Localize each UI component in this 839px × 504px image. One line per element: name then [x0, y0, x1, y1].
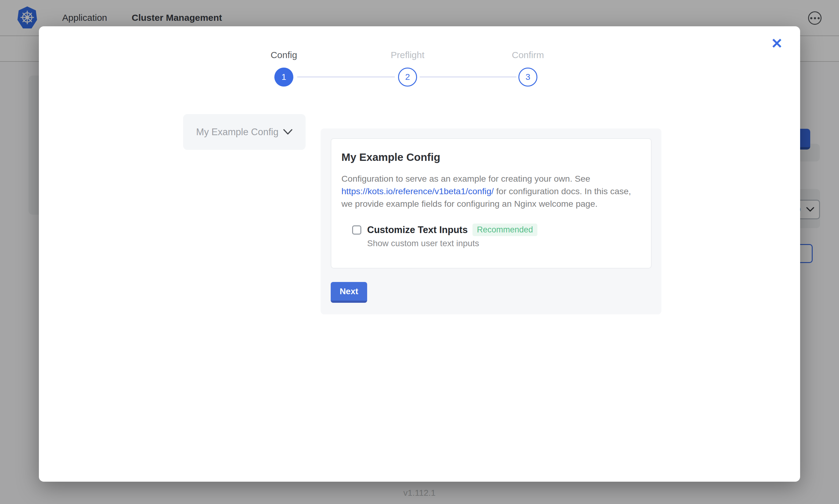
step-circle-1: 1	[274, 68, 293, 87]
config-group-description: Configuration to serve as an example for…	[341, 173, 645, 210]
customize-text-inputs-row: Customize Text Inputs Recommended	[352, 223, 641, 236]
customize-text-inputs-help: Show custom user text inputs	[367, 238, 641, 248]
stepper-connector	[297, 76, 395, 78]
config-group-title: My Example Config	[341, 151, 641, 163]
stepper-connector	[420, 76, 517, 78]
config-wizard-modal: ✕ Config Preflight Confirm 1 2 3 My Exam…	[39, 26, 800, 482]
step-label-config: Config	[271, 48, 297, 62]
recommended-badge: Recommended	[473, 223, 537, 236]
chevron-down-icon	[283, 129, 292, 135]
step-label-confirm: Confirm	[512, 48, 544, 62]
config-group-dropdown[interactable]: My Example Config	[183, 114, 306, 150]
next-button[interactable]: Next	[331, 282, 367, 303]
config-group-card: My Example Config Configuration to serve…	[331, 138, 652, 269]
screen: Application Cluster Management 0 y v1.11…	[0, 0, 839, 504]
step-circle-3: 3	[518, 68, 537, 87]
step-label-preflight: Preflight	[391, 48, 424, 62]
config-docs-link[interactable]: https://kots.io/reference/v1beta1/config…	[341, 186, 494, 196]
step-circle-2: 2	[398, 68, 417, 87]
config-group-dropdown-label: My Example Config	[196, 127, 279, 138]
config-panel: My Example Config Configuration to serve…	[321, 128, 662, 314]
close-modal-button[interactable]: ✕	[768, 34, 786, 53]
customize-text-inputs-checkbox[interactable]	[352, 226, 361, 235]
customize-text-inputs-label[interactable]: Customize Text Inputs	[367, 224, 467, 235]
